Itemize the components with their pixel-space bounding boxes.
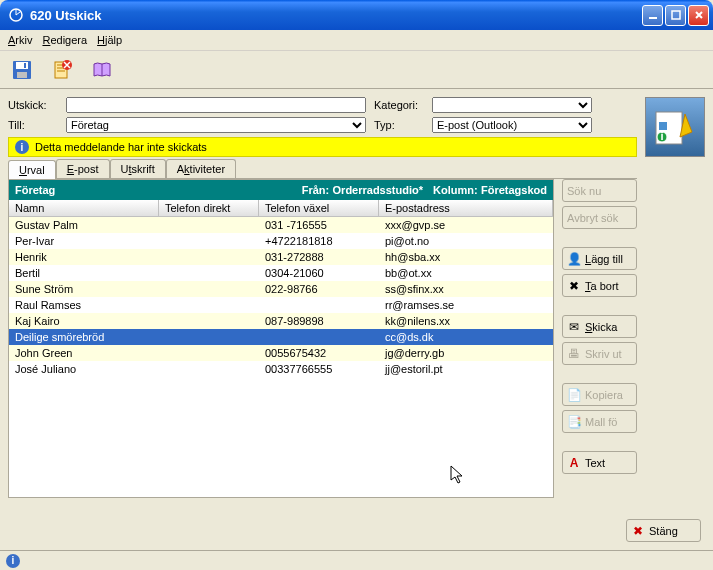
svg-rect-4: [16, 62, 28, 69]
svg-rect-10: [659, 122, 667, 130]
grid-panel: Företag Från: Orderradsstudio* Kolumn: F…: [8, 179, 554, 498]
status-bar: i: [0, 550, 713, 570]
svg-text:i: i: [660, 130, 663, 142]
status-info-icon: i: [6, 554, 20, 568]
menu-arkiv[interactable]: Arkiv: [8, 34, 32, 46]
warning-text: Detta meddelande har inte skickats: [35, 141, 207, 153]
mail-icon: ✉: [567, 320, 581, 334]
close-button[interactable]: [688, 5, 709, 26]
kategori-label: Kategori:: [374, 99, 424, 111]
kategori-select[interactable]: [432, 97, 592, 113]
tab-row: Urval E-post Utskrift Aktiviteter: [8, 159, 637, 179]
menu-bar: Arkiv Redigera Hjälp: [0, 30, 713, 51]
svg-rect-1: [649, 17, 657, 19]
grid-title: Företag: [15, 184, 302, 196]
mall-fo-button: 📑Mall fö: [562, 410, 637, 433]
menu-hjalp[interactable]: Hjälp: [97, 34, 122, 46]
svg-rect-5: [17, 72, 27, 78]
tab-utskrift[interactable]: Utskrift: [110, 159, 166, 178]
person-add-icon: 👤: [567, 252, 581, 266]
table-row[interactable]: Kaj Kairo087-989898kk@nilens.xx: [9, 313, 553, 329]
table-row[interactable]: Raul Ramsesrr@ramses.se: [9, 297, 553, 313]
info-icon: i: [15, 140, 29, 154]
tab-epost[interactable]: E-post: [56, 159, 110, 178]
save-button[interactable]: [8, 56, 36, 84]
grid-body[interactable]: Gustav Palm031 -716555xxx@gvp.sePer-Ivar…: [9, 217, 553, 497]
till-select[interactable]: Företag: [66, 117, 366, 133]
header-image-icon: i: [645, 97, 705, 157]
table-row[interactable]: José Juliano00337766555jj@estoril.pt: [9, 361, 553, 377]
table-row[interactable]: Sune Ström022-98766ss@sfinx.xx: [9, 281, 553, 297]
tab-urval[interactable]: Urval: [8, 160, 56, 179]
window-title: 620 Utskick: [30, 8, 642, 23]
svg-rect-6: [24, 63, 26, 68]
kopiera-button: 📄Kopiera: [562, 383, 637, 406]
print-icon: 🖶: [567, 347, 581, 361]
ta-bort-button[interactable]: ✖Ta bort: [562, 274, 637, 297]
maximize-button[interactable]: [665, 5, 686, 26]
utskick-label: Utskick:: [8, 99, 58, 111]
text-button[interactable]: AText: [562, 451, 637, 474]
table-row[interactable]: Per-Ivar+4722181818pi@ot.no: [9, 233, 553, 249]
stang-button[interactable]: ✖Stäng: [626, 519, 701, 542]
col-telefon-vaxel[interactable]: Telefon växel: [259, 200, 379, 216]
template-icon: 📑: [567, 415, 581, 429]
grid-title-bar: Företag Från: Orderradsstudio* Kolumn: F…: [9, 180, 553, 200]
col-epost[interactable]: E-postadress: [379, 200, 553, 216]
avbryt-sok-button: Avbryt sök: [562, 206, 637, 229]
till-label: Till:: [8, 119, 58, 131]
tab-aktiviteter[interactable]: Aktiviteter: [166, 159, 236, 178]
typ-select[interactable]: E-post (Outlook): [432, 117, 592, 133]
delete-button[interactable]: [48, 56, 76, 84]
svg-rect-2: [672, 11, 680, 19]
table-row[interactable]: Deilige smörebrödcc@ds.dk: [9, 329, 553, 345]
person-remove-icon: ✖: [567, 279, 581, 293]
book-button[interactable]: [88, 56, 116, 84]
table-row[interactable]: Bertil0304-21060bb@ot.xx: [9, 265, 553, 281]
table-row[interactable]: Gustav Palm031 -716555xxx@gvp.se: [9, 217, 553, 233]
close-icon: ✖: [631, 524, 645, 538]
utskick-input[interactable]: [66, 97, 366, 113]
title-bar: 620 Utskick: [0, 0, 713, 30]
skicka-button[interactable]: ✉Skicka: [562, 315, 637, 338]
grid-header: Namn Telefon direkt Telefon växel E-post…: [9, 200, 553, 217]
typ-label: Typ:: [374, 119, 424, 131]
skriv-ut-button: 🖶Skriv ut: [562, 342, 637, 365]
table-row[interactable]: Henrik031-272888hh@sba.xx: [9, 249, 553, 265]
menu-redigera[interactable]: Redigera: [42, 34, 87, 46]
text-icon: A: [567, 456, 581, 470]
col-telefon-direkt[interactable]: Telefon direkt: [159, 200, 259, 216]
side-buttons: Sök nu Avbryt sök 👤Lägg till ✖Ta bort ✉S…: [562, 179, 637, 498]
table-row[interactable]: John Green0055675432jg@derry.gb: [9, 345, 553, 361]
col-namn[interactable]: Namn: [9, 200, 159, 216]
toolbar: [0, 51, 713, 89]
lagg-till-button[interactable]: 👤Lägg till: [562, 247, 637, 270]
warning-bar: i Detta meddelande har inte skickats: [8, 137, 637, 157]
copy-icon: 📄: [567, 388, 581, 402]
minimize-button[interactable]: [642, 5, 663, 26]
app-icon: [8, 7, 24, 23]
sok-nu-button: Sök nu: [562, 179, 637, 202]
